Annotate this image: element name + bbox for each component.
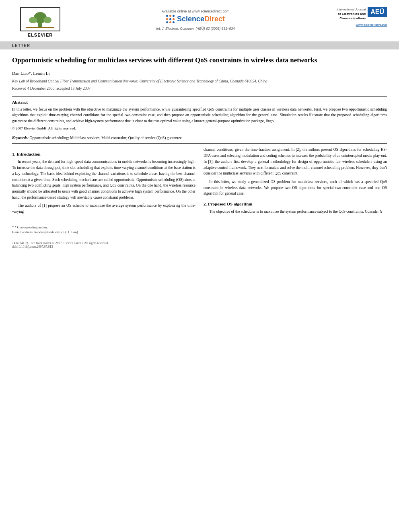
sd-dot <box>166 18 168 20</box>
keywords-text: Opportunistic scheduling; Multiclass ser… <box>30 136 182 140</box>
sd-dot <box>169 15 171 17</box>
elsevier-url: www.elsevier.de/aeue <box>356 23 387 27</box>
footnote-area: * * Corresponding author. E-mail address… <box>12 223 195 235</box>
sd-dot <box>166 15 168 17</box>
page-header: ELSEVIER Available online at www.science… <box>0 0 399 42</box>
body-divider <box>12 143 387 144</box>
elsevier-tree-svg <box>24 9 56 30</box>
available-text: Available online at www.sciencedirect.co… <box>162 9 230 13</box>
keywords-label: Keywords: <box>12 136 29 140</box>
sciencedirect-area: Available online at www.sciencedirect.co… <box>72 7 319 31</box>
authors: Dan Liao*, Lemin Li <box>12 71 387 76</box>
svg-rect-4 <box>26 27 54 28</box>
page: ELSEVIER Available online at www.science… <box>0 0 399 532</box>
footer-issn: 1434-8411/$ - see front matter © 2007 El… <box>12 241 195 245</box>
sd-dot <box>169 18 171 20</box>
sd-dot <box>173 15 175 17</box>
journal-reference: Int. J. Electron. Commun. (AEÜ) 62 (2008… <box>156 27 235 31</box>
footnote-email: E-mail address: liaodan@uestc.edu.cn (D.… <box>12 230 195 235</box>
sd-dots-icon <box>166 15 175 23</box>
copyright: © 2007 Elsevier GmbH. All rights reserve… <box>12 126 387 131</box>
proposed-heading: 2. Proposed OS algorithm <box>204 201 387 206</box>
elsevier-logo-area: ELSEVIER <box>12 7 68 37</box>
aeu-logo: International Journal of Electronics and… <box>337 7 387 21</box>
proposed-paragraph-1: The objective of the scheduler is to max… <box>204 209 387 215</box>
abstract-title: Abstract <box>12 100 387 105</box>
article-content: Opportunistic scheduling for multiclass … <box>0 49 399 257</box>
sd-dot <box>166 21 168 23</box>
right-col-paragraph-2: In this letter, we study a generalized O… <box>204 179 387 197</box>
sciencedirect-name: ScienceDirect <box>177 15 225 23</box>
abstract-divider-top <box>12 97 387 97</box>
sd-dot <box>169 21 171 23</box>
right-column: channel conditions, given the time-fract… <box>204 147 387 248</box>
article-title: Opportunistic scheduling for multiclass … <box>12 55 387 65</box>
right-col-paragraph-1: channel conditions, given the time-fract… <box>204 147 387 177</box>
footer-bar: 1434-8411/$ - see front matter © 2007 El… <box>12 239 195 249</box>
sd-dot <box>173 18 175 20</box>
elsevier-label: ELSEVIER <box>28 33 53 37</box>
affiliation: Key Lab of Broadband Optical Fiber Trans… <box>12 79 387 84</box>
abstract-text: In this letter, we focus on the problem … <box>12 107 387 124</box>
letter-banner: LETTER <box>0 42 399 49</box>
left-column: 1. Introduction In recent years, the dem… <box>12 147 195 248</box>
footer-doi: doi:10.1016/j.aeue.2007.07.013 <box>12 245 195 249</box>
footnote-corresponding: * * Corresponding author. <box>12 225 195 230</box>
svg-point-2 <box>29 17 37 23</box>
elsevier-box <box>20 7 60 31</box>
aeu-badge: AEÜ <box>368 7 387 17</box>
sd-dot <box>173 21 175 23</box>
aeu-logo-area: International Journal of Electronics and… <box>323 7 387 27</box>
letter-label: LETTER <box>12 43 30 48</box>
intro-paragraph-1: In recent years, the demand for high-spe… <box>12 159 195 200</box>
two-column-body: 1. Introduction In recent years, the dem… <box>12 147 387 248</box>
sciencedirect-logo: ScienceDirect <box>166 15 225 23</box>
aeu-intl-text: International Journal <box>337 7 366 12</box>
received-date: Received 4 December 2006; accepted 13 Ju… <box>12 86 387 90</box>
abstract-section: Abstract In this letter, we focus on the… <box>12 100 387 131</box>
intro-heading: 1. Introduction <box>12 152 195 156</box>
keywords-line: Keywords: Opportunistic scheduling; Mult… <box>12 136 387 140</box>
aeu-journal-name: of Electronics and Communications <box>337 12 366 21</box>
svg-point-3 <box>43 17 51 23</box>
intro-paragraph-2: The authors of [1] propose an OS scheme … <box>12 203 195 214</box>
aeu-text: International Journal of Electronics and… <box>337 7 366 21</box>
